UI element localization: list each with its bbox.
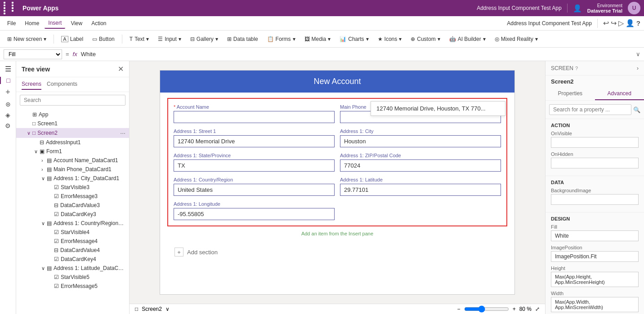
- zoom-decrease-icon[interactable]: −: [457, 306, 461, 312]
- user-icon[interactable]: 👤: [573, 4, 582, 13]
- tree-item-addressinput1[interactable]: ⊟ AddressInput1: [16, 138, 129, 147]
- value-onhidden[interactable]: [551, 158, 639, 168]
- data-table-button[interactable]: ⊞ Data table: [224, 34, 262, 44]
- tree-item-main-phone-datacard1[interactable]: › ▤ Main Phone_DataCard1: [16, 165, 129, 174]
- tree-item-form1[interactable]: ∨ ▣ Form1: [16, 147, 129, 156]
- input-country[interactable]: [174, 184, 335, 196]
- tree-item-address1-latitude-datacard1[interactable]: ∨ ▤ Address 1: Latitude_DataCard1: [16, 264, 129, 273]
- tree-item-datacardkey4[interactable]: ☑ DataCardKey4: [16, 255, 129, 264]
- screens-icon[interactable]: □: [0, 77, 16, 84]
- label-width: Width: [551, 291, 639, 296]
- tree-item-starvisible4[interactable]: ☑ StarVisible4: [16, 228, 129, 237]
- canvas-inner: New Account 12740 Memorial Drive, Housto…: [130, 61, 545, 304]
- formula-expand-icon[interactable]: ∨: [636, 51, 640, 57]
- zoom-increase-icon[interactable]: +: [513, 306, 516, 312]
- equals-sign: =: [66, 51, 69, 57]
- input-button[interactable]: ☰ Input ▾: [154, 34, 185, 44]
- formula-input[interactable]: [81, 51, 632, 57]
- menu-view[interactable]: View: [67, 18, 86, 28]
- input-city[interactable]: [340, 135, 501, 147]
- canvas-frame[interactable]: New Account 12740 Memorial Drive, Housto…: [160, 70, 515, 295]
- tree-item-errormessage5[interactable]: ☑ ErrorMessage5: [16, 282, 129, 291]
- tree-item-address1-country-datacard[interactable]: ∨ ▤ Address 1: Country/Region_DataCard: [16, 219, 129, 228]
- user-menu-icon[interactable]: 👤: [626, 19, 635, 27]
- redo-icon[interactable]: ↪: [611, 19, 617, 27]
- tree-item-errormessage3[interactable]: ☑ ErrorMessage3: [16, 192, 129, 201]
- property-dropdown[interactable]: Fill: [4, 49, 62, 59]
- input-longitude[interactable]: [174, 208, 335, 220]
- media-button[interactable]: 🖼 Media ▾: [301, 34, 335, 44]
- label-button[interactable]: A Label: [58, 34, 87, 44]
- tree-item-starvisible5[interactable]: ☑ StarVisible5: [16, 273, 129, 282]
- tree-item-datacardvalue4[interactable]: ⊟ DataCardValue4: [16, 246, 129, 255]
- menu-action[interactable]: Action: [88, 18, 110, 28]
- zoom-slider[interactable]: [464, 305, 509, 313]
- value-height[interactable]: Max(App.Height, App.MinScreenHeight): [551, 272, 639, 287]
- database-icon[interactable]: ⊛: [5, 101, 11, 108]
- add-item-icon[interactable]: +: [5, 88, 10, 97]
- custom-button[interactable]: ⊕ Custom ▾: [407, 34, 443, 44]
- play-icon[interactable]: ▷: [618, 19, 624, 27]
- tree-item-app[interactable]: ⊞ App: [16, 110, 129, 119]
- add-section-icon: +: [174, 248, 183, 257]
- value-image-position[interactable]: ImagePosition.Fit: [551, 251, 639, 262]
- datacardvalue4-icon: ⊟: [54, 247, 58, 253]
- menu-file[interactable]: File: [4, 18, 19, 28]
- input-account-name[interactable]: [174, 111, 335, 123]
- tab-screens[interactable]: Screens: [22, 79, 41, 90]
- right-panel-expand-icon[interactable]: ›: [637, 65, 639, 71]
- settings-icon[interactable]: ⚙: [5, 122, 11, 129]
- app-name-header: Address Input Component Test App: [477, 5, 562, 11]
- text-button[interactable]: T Text ▾: [126, 34, 152, 44]
- search-input[interactable]: [20, 95, 125, 106]
- tree-label-starvisible3: StarVisible3: [61, 184, 125, 190]
- menu-insert[interactable]: Insert: [45, 18, 65, 29]
- tree-item-starvisible3[interactable]: ☑ StarVisible3: [16, 183, 129, 192]
- gallery-button[interactable]: ⊟ Gallery ▾: [187, 34, 222, 44]
- panel-help-icon[interactable]: ?: [575, 66, 578, 71]
- ai-builder-button[interactable]: 🤖 AI Builder ▾: [446, 34, 489, 44]
- undo-icon[interactable]: ↩: [603, 19, 609, 27]
- value-width[interactable]: Max(App.Width, App.MinScreenWidth): [551, 297, 639, 312]
- add-section-button[interactable]: + Add section: [167, 240, 507, 264]
- screen-dropdown-icon[interactable]: ∨: [165, 306, 170, 312]
- tab-properties[interactable]: Properties: [546, 88, 595, 100]
- input-latitude[interactable]: [340, 184, 501, 196]
- tab-advanced[interactable]: Advanced: [595, 88, 644, 100]
- tree-item-address1-city-datacard1[interactable]: ∨ ▤ Address 1: City_DataCard1: [16, 174, 129, 183]
- tree-label-app: App: [39, 111, 125, 118]
- suggestion-box[interactable]: 12740 Memorial Drive, Houston, TX 770...: [371, 101, 505, 116]
- tab-components[interactable]: Components: [47, 79, 77, 90]
- charts-button[interactable]: 📊 Charts ▾: [336, 34, 372, 44]
- avatar[interactable]: U: [628, 2, 640, 14]
- form1-icon: ▣: [40, 148, 45, 155]
- fit-screen-icon[interactable]: ⤢: [535, 306, 540, 312]
- button-button[interactable]: ▭ Button: [89, 34, 118, 44]
- help-icon[interactable]: ?: [636, 19, 640, 27]
- icons-button[interactable]: ★ Icons ▾: [374, 34, 406, 44]
- menu-home[interactable]: Home: [21, 18, 43, 28]
- tree-item-errormessage4[interactable]: ☑ ErrorMessage4: [16, 237, 129, 246]
- label-latitude: Address 1: Latitude: [340, 177, 501, 182]
- hamburger-icon[interactable]: ☰: [5, 65, 11, 73]
- input-zip[interactable]: [340, 159, 501, 172]
- forms-button[interactable]: 📋 Forms ▾: [264, 34, 299, 44]
- tree-item-datacardvalue3[interactable]: ⊟ DataCardValue3: [16, 201, 129, 210]
- new-screen-button[interactable]: ⊞ New screen ▾: [4, 34, 50, 44]
- input-street1[interactable]: [174, 135, 335, 147]
- value-onvisible[interactable]: [551, 137, 639, 148]
- waffle-icon[interactable]: [4, 2, 19, 14]
- components-icon[interactable]: ◈: [5, 111, 10, 119]
- panel-search-input[interactable]: [549, 104, 631, 115]
- mixed-reality-button[interactable]: ◎ Mixed Reality ▾: [491, 34, 541, 44]
- value-fill[interactable]: White: [551, 230, 639, 241]
- tree-item-datacardkey3[interactable]: ☑ DataCardKey3: [16, 210, 129, 219]
- input-state[interactable]: [174, 159, 335, 172]
- sidebar-close-button[interactable]: ✕: [118, 65, 124, 73]
- tree-item-screen1[interactable]: □ Screen1: [16, 119, 129, 128]
- tree-item-screen2[interactable]: ∨ □ Screen2 ···: [16, 128, 129, 138]
- tree-item-account-name-datacard1[interactable]: › ▤ Account Name_DataCard1: [16, 156, 129, 165]
- tree-label-datacardkey3: DataCardKey3: [61, 211, 125, 217]
- value-background-image[interactable]: [551, 194, 639, 205]
- screen2-more-button[interactable]: ···: [120, 129, 125, 137]
